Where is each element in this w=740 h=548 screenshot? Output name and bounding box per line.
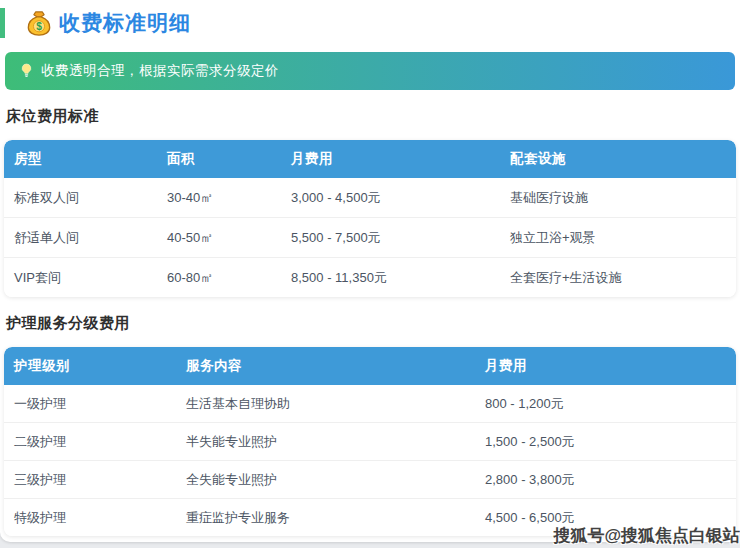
- table-cell: 二级护理: [4, 423, 176, 461]
- table-row: 标准双人间 30-40㎡ 3,000 - 4,500元 基础医疗设施: [4, 178, 736, 218]
- table-cell: 800 - 1,200元: [475, 385, 736, 423]
- table-cell: 生活基本自理协助: [176, 385, 475, 423]
- page-title: 收费标准明细: [59, 9, 191, 37]
- table-cell: 独立卫浴+观景: [500, 218, 736, 258]
- table-cell: 1,500 - 2,500元: [475, 423, 736, 461]
- nursing-fee-table: 护理级别 服务内容 月费用 一级护理 生活基本自理协助 800 - 1,200元…: [4, 347, 736, 536]
- title-accent-bar: [0, 8, 5, 38]
- page-header: $ 收费标准明细: [0, 8, 740, 38]
- table-cell: VIP套间: [4, 258, 157, 297]
- table-cell: 40-50㎡: [157, 218, 281, 258]
- column-header: 房型: [4, 140, 157, 178]
- table-cell: 舒适单人间: [4, 218, 157, 258]
- section-title-bed-fee: 床位费用标准: [6, 106, 740, 126]
- table-cell: 30-40㎡: [157, 178, 281, 218]
- section-title-nursing-fee: 护理服务分级费用: [6, 313, 740, 333]
- lightbulb-icon: [19, 63, 34, 79]
- column-header: 服务内容: [176, 347, 475, 385]
- table-header-row: 房型 面积 月费用 配套设施: [4, 140, 736, 178]
- column-header: 护理级别: [4, 347, 176, 385]
- table-row: 舒适单人间 40-50㎡ 5,500 - 7,500元 独立卫浴+观景: [4, 218, 736, 258]
- table-row: 一级护理 生活基本自理协助 800 - 1,200元: [4, 385, 736, 423]
- table-row: 二级护理 半失能专业照护 1,500 - 2,500元: [4, 423, 736, 461]
- table-cell: 特级护理: [4, 499, 176, 536]
- table-cell: 标准双人间: [4, 178, 157, 218]
- table-cell: 重症监护专业服务: [176, 499, 475, 536]
- column-header: 月费用: [281, 140, 500, 178]
- table-cell: 全套医疗+生活设施: [500, 258, 736, 297]
- table-cell: 基础医疗设施: [500, 178, 736, 218]
- tip-text: 收费透明合理，根据实际需求分级定价: [41, 62, 279, 80]
- bed-fee-table: 房型 面积 月费用 配套设施 标准双人间 30-40㎡ 3,000 - 4,50…: [4, 140, 736, 297]
- table-cell: 三级护理: [4, 461, 176, 499]
- table-cell: 一级护理: [4, 385, 176, 423]
- content-card: $ 收费标准明细 收费透明合理，根据实际需求分级定价 床位费用标准 房型 面积 …: [0, 0, 740, 542]
- table-header-row: 护理级别 服务内容 月费用: [4, 347, 736, 385]
- column-header: 配套设施: [500, 140, 736, 178]
- table-cell: 60-80㎡: [157, 258, 281, 297]
- watermark: 搜狐号@搜狐焦点白银站: [553, 524, 740, 547]
- table-cell: 3,000 - 4,500元: [281, 178, 500, 218]
- table-cell: 半失能专业照护: [176, 423, 475, 461]
- table-row: VIP套间 60-80㎡ 8,500 - 11,350元 全套医疗+生活设施: [4, 258, 736, 297]
- column-header: 月费用: [475, 347, 736, 385]
- table-row: 三级护理 全失能专业照护 2,800 - 3,800元: [4, 461, 736, 499]
- table-cell: 5,500 - 7,500元: [281, 218, 500, 258]
- table-cell: 全失能专业照护: [176, 461, 475, 499]
- table-cell: 8,500 - 11,350元: [281, 258, 500, 297]
- svg-text:$: $: [36, 21, 42, 32]
- column-header: 面积: [157, 140, 281, 178]
- table-cell: 2,800 - 3,800元: [475, 461, 736, 499]
- money-bag-icon: $: [26, 10, 52, 37]
- tip-banner: 收费透明合理，根据实际需求分级定价: [5, 52, 735, 90]
